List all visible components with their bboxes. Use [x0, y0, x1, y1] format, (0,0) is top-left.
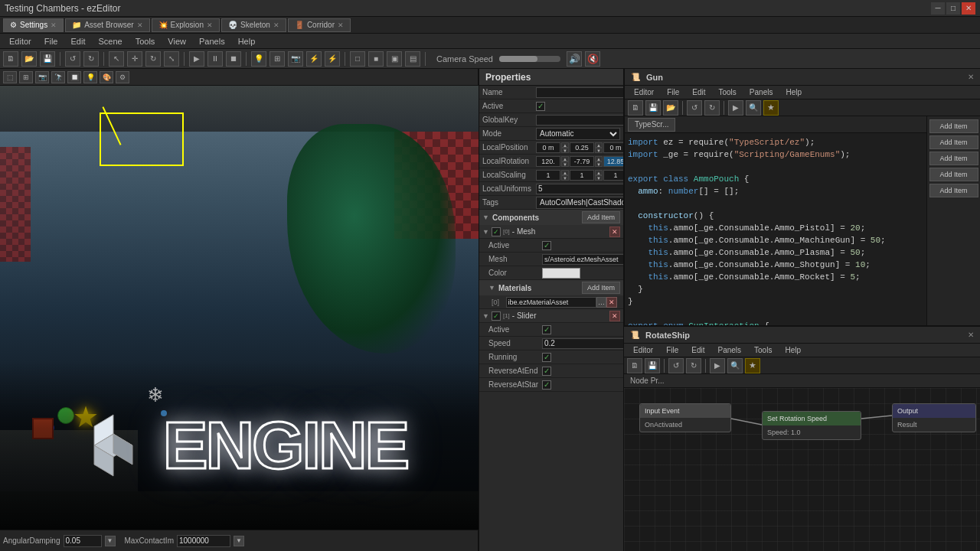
vp-btn-4[interactable]: 🔭 [51, 71, 65, 83]
tab-corridor[interactable]: 🚪 Corridor ✕ [288, 18, 351, 32]
tb-pause[interactable]: ⏸ [207, 51, 223, 67]
localrot-y-up[interactable]: ▲ [595, 156, 603, 161]
localpos-x[interactable] [536, 142, 560, 153]
materials-section-header[interactable]: ▼ Materials Add Item [479, 280, 623, 295]
tb-select[interactable]: ↖ [109, 51, 124, 67]
menu-edit[interactable]: Edit [64, 35, 91, 47]
menu-file[interactable]: File [38, 35, 64, 47]
tb-move[interactable]: ✛ [127, 51, 142, 67]
localrot-x[interactable] [536, 156, 560, 167]
tb-mode3[interactable]: ▣ [387, 51, 402, 67]
script-tb-6[interactable]: ▶ [728, 100, 743, 116]
localscale-y-up[interactable]: ▲ [595, 170, 603, 175]
localpos-x-up[interactable]: ▲ [561, 142, 569, 148]
add-item-components-button[interactable]: Add Item [582, 211, 620, 223]
rs-menu-file[interactable]: File [660, 344, 684, 356]
tb-extra2[interactable]: ⚡ [325, 51, 340, 67]
add-item-btn-1[interactable]: Add Item [929, 119, 978, 133]
vp-btn-1[interactable]: ⬚ [3, 71, 17, 83]
slider-active-chk[interactable] [542, 325, 551, 334]
menu-panels[interactable]: Panels [193, 35, 231, 47]
tab-asset-browser[interactable]: 📁 Asset Browser ✕ [65, 18, 149, 32]
rs-tb-5[interactable]: ▶ [710, 358, 725, 373]
localrot-x-up[interactable]: ▲ [561, 156, 569, 161]
tb-scale[interactable]: ⤡ [164, 51, 179, 67]
localscale-x-dn[interactable]: ▼ [561, 175, 569, 181]
rs-tb-1[interactable]: 🗎 [627, 358, 642, 373]
script-tb-4[interactable]: ↺ [687, 100, 702, 116]
script-panel-close-icon[interactable]: ✕ [968, 73, 974, 81]
script-menu-edit[interactable]: Edit [686, 86, 711, 98]
localscale-y-dn[interactable]: ▼ [595, 175, 603, 181]
mesh-active-chk[interactable] [542, 241, 551, 250]
tb-mode1[interactable]: □ [350, 51, 365, 67]
add-item-materials-button[interactable]: Add Item [582, 282, 620, 294]
mat-0-browse[interactable]: … [596, 297, 607, 308]
script-tb-3[interactable]: 📂 [663, 100, 678, 116]
tb-mode4[interactable]: ▤ [405, 51, 420, 67]
viewport[interactable]: ★ ❄ [0, 86, 479, 530]
localuniforms-input[interactable] [536, 184, 624, 194]
tab-close-skeleton[interactable]: ✕ [273, 21, 279, 29]
vp-btn-7[interactable]: 🎨 [100, 71, 113, 83]
max-contact-scroll[interactable]: ▼ [234, 536, 244, 546]
add-item-btn-2[interactable]: Add Item [929, 135, 978, 149]
tb-play[interactable]: ▶ [189, 51, 204, 67]
localscale-x-up[interactable]: ▲ [561, 170, 569, 175]
mesh-active-checkbox[interactable] [492, 227, 501, 236]
mesh-close-button[interactable]: ✕ [609, 227, 620, 237]
script-menu-file[interactable]: File [661, 86, 685, 98]
tb-undo[interactable]: ↺ [65, 51, 80, 67]
add-item-btn-3[interactable]: Add Item [929, 152, 978, 165]
script-code-area[interactable]: import ez = require("TypeScript/ez"); im… [625, 133, 926, 325]
localpos-y-dn[interactable]: ▼ [595, 148, 603, 153]
maximize-button[interactable]: □ [946, 2, 960, 15]
components-section-header[interactable]: ▼ Components Add Item [479, 210, 623, 225]
camera-speed-slider[interactable] [499, 56, 560, 62]
slider-speed-input[interactable] [542, 338, 624, 349]
localscale-z[interactable] [603, 170, 624, 181]
menu-view[interactable]: View [162, 35, 192, 47]
close-button[interactable]: ✕ [962, 2, 975, 15]
minimize-button[interactable]: ─ [931, 2, 945, 15]
tb-mode2[interactable]: ■ [368, 51, 384, 67]
localrot-y[interactable] [570, 156, 594, 167]
globalkey-input[interactable] [536, 115, 624, 126]
rs-menu-tools[interactable]: Tools [748, 344, 778, 356]
tb-redo[interactable]: ↻ [83, 51, 99, 67]
menu-editor[interactable]: Editor [3, 35, 38, 47]
tab-explosion[interactable]: 💥 Explosion ✕ [152, 18, 220, 32]
add-item-btn-5[interactable]: Add Item [929, 184, 978, 197]
node-box-2[interactable]: Set Rotation Speed Speed: 1.0 [762, 411, 861, 440]
rs-menu-edit[interactable]: Edit [685, 344, 710, 356]
tb-save[interactable]: 💾 [40, 51, 55, 67]
script-menu-panels[interactable]: Panels [743, 86, 779, 98]
tab-skeleton[interactable]: 💀 Skeleton ✕ [221, 18, 286, 32]
tb-rotate[interactable]: ↻ [145, 51, 161, 67]
mesh-asset-input[interactable] [542, 254, 624, 265]
script-tb-5[interactable]: ↻ [704, 100, 720, 116]
vp-btn-3[interactable]: 📷 [35, 71, 49, 83]
script-menu-help[interactable]: Help [779, 86, 808, 98]
node-canvas[interactable]: Input Event OnActivated Set Rotation Spe… [624, 388, 980, 551]
menu-scene[interactable]: Scene [92, 35, 128, 47]
tab-close-settings[interactable]: ✕ [51, 21, 57, 29]
name-input[interactable] [536, 87, 624, 98]
vp-btn-6[interactable]: 💡 [83, 71, 97, 83]
menu-tools[interactable]: Tools [129, 35, 162, 47]
localrot-x-dn[interactable]: ▼ [561, 161, 569, 167]
tags-select[interactable]: AutoColMesh|CastShadow [536, 197, 624, 209]
rs-tb-6[interactable]: 🔍 [727, 358, 743, 373]
max-contact-input[interactable] [177, 535, 230, 547]
color-swatch[interactable] [542, 268, 580, 279]
mat-0-input[interactable] [506, 297, 596, 308]
rs-menu-help[interactable]: Help [779, 344, 807, 356]
script-tb-1[interactable]: 🗎 [628, 100, 643, 116]
slider-active-checkbox[interactable] [492, 311, 501, 321]
tab-settings[interactable]: ⚙ Settings ✕ [3, 18, 64, 32]
localrot-y-dn[interactable]: ▼ [595, 161, 603, 167]
script-menu-tools[interactable]: Tools [712, 86, 742, 98]
angular-damping-scroll[interactable]: ▼ [105, 536, 116, 546]
tb-volume[interactable]: 🔊 [567, 51, 582, 67]
tb-cam[interactable]: 📷 [288, 51, 303, 67]
